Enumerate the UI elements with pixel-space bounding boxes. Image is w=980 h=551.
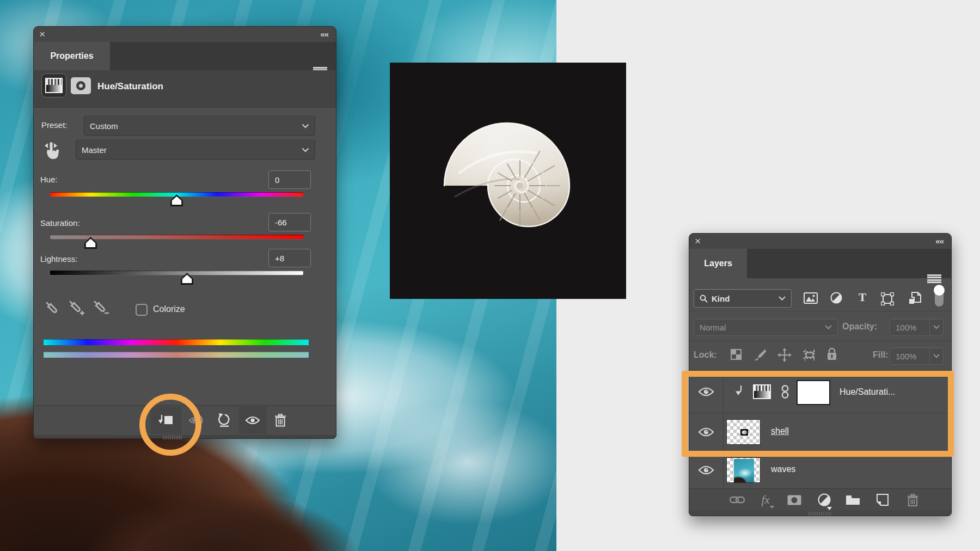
layer-name[interactable]: Hue/Saturati... — [840, 387, 895, 397]
add-layer-mask-icon[interactable] — [785, 489, 804, 511]
adjustment-layer-button[interactable] — [41, 74, 66, 97]
eye-icon — [698, 387, 714, 397]
channel-dropdown[interactable]: Master — [76, 140, 315, 160]
saturation-slider-thumb[interactable] — [84, 237, 97, 249]
filter-image-icon[interactable] — [804, 292, 818, 304]
saturation-label: Saturation: — [40, 218, 80, 228]
blend-mode-dropdown[interactable]: Normal — [694, 319, 838, 336]
lightness-slider-thumb[interactable] — [180, 273, 194, 285]
preset-value: Custom — [90, 121, 118, 131]
subtract-sample-eyedropper-icon[interactable] — [91, 298, 110, 317]
mask-icon[interactable] — [71, 77, 91, 94]
panel-bottom-edge — [34, 435, 336, 438]
visibility-eye-icon[interactable] — [239, 407, 266, 434]
lock-position-move-icon[interactable] — [777, 348, 792, 362]
lock-pixels-brush-icon[interactable] — [754, 348, 767, 361]
link-layers-icon[interactable] — [727, 489, 747, 511]
fill-label: Fill: — [873, 350, 888, 360]
hue-slider-thumb[interactable] — [170, 194, 183, 206]
opacity-field[interactable]: 100% — [890, 319, 944, 336]
add-sample-eyedropper-icon[interactable] — [67, 298, 85, 317]
delete-adjustment-icon[interactable] — [267, 407, 294, 434]
layer-thumbnail[interactable] — [726, 419, 761, 445]
preset-dropdown[interactable]: Custom — [84, 116, 315, 136]
tab-properties[interactable]: Properties — [34, 42, 110, 70]
filter-kind-dropdown[interactable]: Kind — [694, 289, 792, 308]
tab-layers[interactable]: Layers — [689, 249, 747, 278]
filter-adjustment-icon[interactable] — [830, 292, 842, 304]
adjustment-thumbnail-icon — [45, 78, 63, 93]
fill-field[interactable]: 100% — [890, 347, 944, 365]
view-previous-state-icon[interactable] — [183, 407, 211, 434]
new-layer-icon[interactable] — [873, 489, 892, 511]
colorize-label: Colorize — [153, 304, 185, 314]
lock-label: Lock: — [694, 350, 717, 360]
layer-mask-thumbnail[interactable] — [797, 380, 830, 405]
filter-shape-icon[interactable] — [881, 292, 894, 305]
chevron-down-icon — [302, 124, 309, 128]
layer-thumbnail[interactable] — [726, 457, 761, 483]
lock-artboard-icon[interactable] — [803, 349, 817, 361]
eyedropper-icon[interactable] — [42, 298, 61, 317]
layer-visibility-toggle[interactable] — [689, 370, 724, 413]
layers-list: Hue/Saturati... shell — [689, 370, 951, 370]
eye-icon — [698, 465, 714, 475]
tab-layers-label: Layers — [704, 259, 732, 268]
lightness-value-field[interactable]: +8 — [268, 249, 311, 267]
layer-row-hue-saturation[interactable]: Hue/Saturati... — [689, 370, 951, 413]
mask-link-icon — [780, 384, 791, 400]
layer-visibility-toggle[interactable] — [689, 451, 724, 489]
caret-down-icon — [770, 506, 774, 509]
chevron-down-icon — [779, 296, 786, 301]
colorize-checkbox[interactable] — [136, 304, 148, 316]
chevron-down-icon — [825, 325, 832, 329]
new-group-folder-icon[interactable] — [843, 489, 862, 511]
clip-to-layer-button[interactable] — [151, 407, 181, 434]
delete-layer-icon[interactable] — [903, 489, 922, 511]
saturation-value: -66 — [275, 218, 287, 227]
adjustment-layer-thumbnail[interactable] — [753, 384, 771, 399]
tab-properties-label: Properties — [50, 51, 93, 61]
chevron-down-icon — [933, 325, 940, 329]
chevron-down-icon — [302, 148, 309, 152]
preset-label: Preset: — [41, 120, 68, 130]
lightness-label: Lightness: — [40, 254, 77, 264]
properties-footer — [34, 405, 336, 435]
fill-value: 100% — [896, 352, 916, 361]
layer-row-shell[interactable]: shell — [689, 413, 951, 451]
eye-icon — [698, 427, 714, 437]
layer-visibility-toggle[interactable] — [689, 413, 724, 451]
lock-all-icon[interactable] — [826, 347, 837, 361]
lightness-slider-track[interactable] — [50, 271, 303, 275]
layer-name[interactable]: waves — [771, 464, 795, 474]
lock-transparency-icon[interactable] — [731, 349, 742, 360]
filter-smart-object-icon[interactable] — [908, 291, 922, 305]
resize-grip[interactable] — [163, 436, 182, 439]
close-icon[interactable]: × — [39, 28, 45, 41]
opacity-label: Opacity: — [842, 322, 877, 332]
opacity-value: 100% — [896, 323, 916, 332]
collapse-panel-icon[interactable]: «« — [935, 235, 944, 248]
panel-bottom-edge — [689, 510, 951, 516]
filter-type-icon[interactable]: T — [859, 291, 866, 304]
hue-spectrum-before-bar — [44, 339, 309, 345]
saturation-value-field[interactable]: -66 — [268, 213, 311, 231]
search-icon — [700, 295, 708, 303]
filter-toggle-switch[interactable] — [932, 284, 946, 309]
layers-panel: × «« Layers Kind — [689, 233, 952, 516]
shell-canvas — [390, 63, 626, 299]
divider — [34, 107, 336, 108]
collapse-panel-icon[interactable]: «« — [320, 28, 328, 41]
layer-row-waves[interactable]: waves — [689, 451, 951, 489]
reset-adjustment-icon[interactable] — [211, 407, 238, 434]
resize-grip[interactable] — [808, 512, 831, 516]
targeted-adjustment-icon[interactable] — [43, 140, 63, 162]
layers-blend-row: Normal Opacity: 100% — [689, 311, 951, 341]
nautilus-shell-image — [390, 63, 626, 299]
channel-value: Master — [82, 145, 107, 155]
hue-value-field[interactable]: 0 — [268, 170, 311, 189]
lightness-value: +8 — [275, 254, 284, 263]
layer-name[interactable]: shell — [771, 426, 789, 436]
clipping-mask-arrow-icon — [735, 385, 744, 397]
close-icon[interactable]: × — [695, 235, 701, 248]
